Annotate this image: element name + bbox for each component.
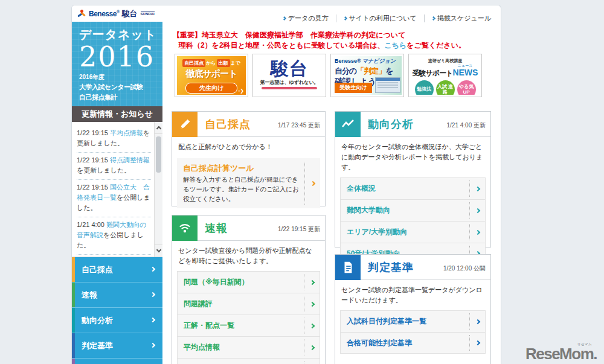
chevron-right-icon bbox=[475, 340, 480, 345]
nav-color-bar bbox=[72, 359, 75, 364]
benesse-brand: Benesse® bbox=[335, 58, 361, 64]
updates-header: 更新情報・お知らせ bbox=[72, 106, 162, 122]
sidebar-item-selfscore[interactable]: 自己採点 bbox=[72, 257, 162, 283]
scroll-up-button[interactable] bbox=[155, 122, 162, 134]
brand-subtitle-exam: 大学入試センター試験 bbox=[79, 83, 162, 92]
brand-year: 2016 bbox=[79, 43, 162, 71]
section-timestamp: 1/22 19:15 更新 bbox=[278, 225, 320, 234]
pencil-icon bbox=[172, 112, 198, 137]
sidebar-item-trend[interactable]: 動向分析 bbox=[72, 308, 162, 333]
shinken-zemi-label: 進研ゼミ高校講座 bbox=[411, 58, 480, 64]
chevron-right-icon bbox=[282, 16, 286, 21]
updates-scrollbar[interactable] bbox=[154, 122, 162, 257]
section-title: 速報 bbox=[205, 221, 228, 235]
section-timestamp: 1/21 4:00 更新 bbox=[447, 121, 486, 130]
chevron-up-icon bbox=[156, 126, 161, 131]
selfscore-tool-card[interactable]: 自己採点計算ツール 解答を入力すると自己採点が簡単にできるツールです。集計カード… bbox=[177, 158, 320, 208]
notice-link[interactable]: こちら bbox=[384, 41, 406, 49]
banner-button[interactable]: 受験生向け bbox=[335, 83, 372, 93]
link-answers-points[interactable]: 正解・配点一覧 bbox=[177, 315, 320, 336]
topic-circle-motivation: やる気 UP bbox=[457, 80, 476, 95]
utility-links: データの見方 サイトの利用について 掲載スケジュール bbox=[275, 14, 498, 23]
link-average-scores[interactable]: 平均点情報 bbox=[177, 336, 320, 358]
section-description: センター試験の判定基準一覧データがダウンロードいただけます。 bbox=[335, 280, 490, 308]
link-questions[interactable]: 問題（※毎日新聞） bbox=[177, 271, 320, 293]
nav-color-bar bbox=[72, 333, 75, 358]
chevron-down-icon bbox=[156, 247, 161, 252]
tool-description: 解答を入力すると自己採点が簡単にできるツールです。集計カードのご記入にお役立てく… bbox=[183, 175, 300, 203]
section-description: センター試験直後から問題分析や正解配点などを即時にご提供いたします。 bbox=[172, 241, 325, 269]
chevron-right-icon bbox=[309, 301, 314, 306]
section-lead: 配点と正解がひとめで分かる！ bbox=[172, 137, 325, 155]
banner-teacher-support[interactable]: 自己採点から出願まで 徹底サポート 先生向け ▫❯ bbox=[175, 54, 248, 97]
sidebar-item-application[interactable]: 出願校検討支援 bbox=[72, 359, 162, 364]
scrollbar-thumb[interactable] bbox=[156, 136, 161, 173]
scroll-down-button[interactable] bbox=[155, 244, 162, 257]
banner-title: 徹底サポート bbox=[177, 68, 246, 80]
link-question-review[interactable]: 問題講評 bbox=[177, 293, 320, 315]
section-timestamp: 1/17 23:45 更新 bbox=[278, 121, 320, 130]
link-data-guide[interactable]: データの見方 bbox=[275, 14, 336, 23]
benesse-logo-text: Benesse® bbox=[89, 10, 120, 18]
main-card: Benesse® 駿台 SUNDAI データネット 2016 2016年度 大学… bbox=[71, 5, 501, 364]
main-content: データの見方 サイトの利用について 掲載スケジュール 【重要】埼玉県立大 保健医… bbox=[172, 5, 501, 364]
banner-sundai[interactable]: 駿台 第一志望は、ゆずれない。 bbox=[252, 54, 326, 97]
link-schedule[interactable]: 掲載スケジュール bbox=[425, 14, 498, 23]
update-link[interactable]: 得点調整情報 bbox=[110, 156, 150, 164]
chevron-right-icon bbox=[475, 229, 480, 234]
link-overall-overview[interactable]: 全体概況 bbox=[340, 177, 486, 199]
link-area-university-trend[interactable]: エリア/大学別動向 bbox=[340, 221, 486, 243]
sidebar-item-flash[interactable]: 速報 bbox=[72, 283, 162, 308]
sundai-tagline: 第一志望は、ゆずれない。 bbox=[255, 79, 324, 86]
topic-circle-exam: 入試 進路 bbox=[436, 80, 455, 95]
updates-list: 1/22 19:15 平均点情報を更新しました。 1/22 19:15 得点調整… bbox=[72, 122, 162, 257]
link-criteria-with-subjects[interactable]: 入試科目付判定基準一覧 bbox=[340, 310, 486, 332]
chevron-right-icon bbox=[309, 279, 314, 284]
chevron-right-icon bbox=[150, 292, 155, 297]
topic-circle-study: 勉強法 bbox=[415, 80, 434, 95]
site-logo[interactable]: Benesse® 駿台 SUNDAI bbox=[72, 5, 162, 22]
sidebar-nav: 自己採点 速報 動向分析 判定基準 出願校検討支援 bbox=[72, 257, 162, 364]
chevron-right-icon bbox=[150, 267, 155, 272]
tool-title: 自己採点計算ツール bbox=[183, 163, 300, 174]
link-score-adjustment[interactable]: 得点調整情報 bbox=[177, 358, 320, 364]
external-link-icon: ▫❯ bbox=[238, 88, 244, 94]
screenshot-thumbnail bbox=[375, 77, 400, 93]
chevron-right-icon bbox=[310, 180, 315, 185]
section-selfscore: 自己採点 1/17 23:45 更新 配点と正解がひとめで分かる！ 自己採点計算… bbox=[172, 111, 326, 206]
registered-mark: ® bbox=[117, 10, 120, 14]
banner-badge: 出願 bbox=[217, 59, 230, 67]
section-title: 判定基準 bbox=[368, 260, 414, 275]
update-link[interactable]: 平均点情報 bbox=[110, 129, 143, 136]
sidebar-item-label: 判定基準 bbox=[82, 340, 113, 351]
link-top-universities-trend[interactable]: 難関大学動向 bbox=[340, 199, 486, 221]
brand-subtitle-scoring: 自己採点集計 bbox=[79, 93, 162, 102]
wifi-broadcast-icon bbox=[172, 216, 198, 241]
link-site-usage[interactable]: サイトの利用について bbox=[336, 14, 424, 23]
section-title: 動向分析 bbox=[368, 117, 414, 132]
resemom-wordmark: ReseMom. bbox=[525, 345, 597, 363]
sundai-banner-logo: 駿台 bbox=[255, 59, 324, 78]
link-pass-probability-criteria[interactable]: 合格可能性判定基準 bbox=[340, 332, 486, 354]
banner-manavision[interactable]: Benesse®マナビジョン 自分の「判定」を 確認しよう 受験生向け bbox=[330, 54, 404, 97]
sidebar-item-criteria[interactable]: 判定基準 bbox=[72, 333, 162, 359]
banner-exam-support-news[interactable]: 進研ゼミ高校講座 ニュース 受験サポートNEWS 勉強法 入試 進路 やる気 U… bbox=[408, 54, 482, 97]
section-title: 自己採点 bbox=[205, 117, 251, 132]
chevron-right-icon bbox=[475, 319, 480, 324]
red-underline bbox=[262, 87, 317, 89]
important-notice: 【重要】埼玉県立大 保健医療福祉学部 作業療法学科の判定について 理科（2）を2… bbox=[173, 30, 466, 51]
sidebar-item-label: 自己採点 bbox=[82, 264, 113, 275]
sundai-logo-en: SUNDAI bbox=[141, 11, 155, 16]
sidebar: Benesse® 駿台 SUNDAI データネット 2016 2016年度 大学… bbox=[72, 5, 162, 364]
banner-button[interactable]: 先生向け bbox=[185, 83, 237, 94]
chevron-right-icon bbox=[309, 323, 314, 328]
datanet-brand-banner: データネット 2016 2016年度 大学入試センター試験 自己採点集計 bbox=[72, 22, 162, 106]
nav-color-bar bbox=[72, 283, 75, 307]
banner-badge: 自己採点 bbox=[182, 59, 205, 67]
section-description: 今年のセンター試験の全体概況ほか、大学ごとに動向データや分析レポートを掲載してお… bbox=[335, 137, 490, 175]
section-criteria: 判定基準 1/20 12:00 公開 センター試験の判定基準一覧データがダウンロ… bbox=[335, 254, 491, 364]
nav-color-bar bbox=[72, 257, 75, 282]
chevron-right-icon bbox=[475, 208, 480, 212]
chevron-right-icon bbox=[150, 343, 155, 348]
brand-subtitle-year: 2016年度 bbox=[79, 73, 162, 81]
